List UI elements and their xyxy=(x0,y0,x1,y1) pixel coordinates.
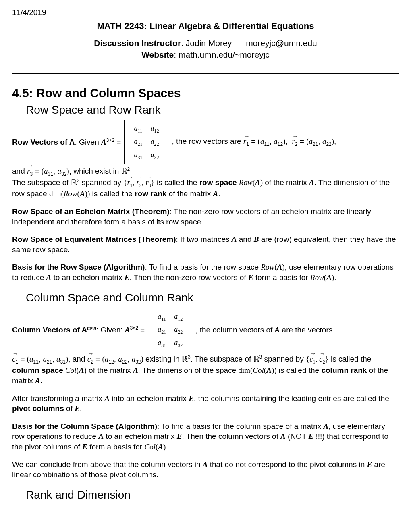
subsection-column-space: Column Space and Column Rank xyxy=(26,290,399,305)
matrix-a-col: a11a12 a21a22 a31a32 xyxy=(148,308,192,352)
course-title: MATH 2243: Linear Algebra & Differential… xyxy=(12,20,399,32)
column-vectors-continued: c1 = (a11, a21, a31), and c2 = (a12, a22… xyxy=(12,354,399,386)
equivalent-theorem: Row Space of Equivalent Matrices (Theore… xyxy=(12,234,399,255)
echelon-theorem: Row Space of an Echelon Matrix (Theorem)… xyxy=(12,206,399,227)
conclusion-paragraph: We can conclude from above that the colu… xyxy=(12,459,399,480)
section-heading: 4.5: Row and Column Spaces xyxy=(12,85,399,102)
website-url: math.umn.edu/~moreyjc xyxy=(179,50,270,59)
instructor-email: moreyjc@umn.edu xyxy=(246,38,317,48)
column-vectors-definition: Column Vectors of Am×n: Given: A3×2 = a1… xyxy=(12,308,399,352)
subsection-rank-dimension: Rank and Dimension xyxy=(26,487,399,503)
instructor-block: Discussion Instructor: Jodin Morey morey… xyxy=(12,37,399,60)
column-basis-algorithm: Basis for the Column Space (Algorithm): … xyxy=(12,421,399,452)
divider xyxy=(12,73,399,74)
matrix-a: a11a12 a21a22 a31a32 xyxy=(124,120,168,164)
pivot-columns-definition: After transforming a matrix A into an ec… xyxy=(12,393,399,414)
row-vectors-definition: Row Vectors of A: Given A3×2 = a11a12 a2… xyxy=(12,120,399,164)
subsection-row-space: Row Space and Row Rank xyxy=(26,102,399,118)
page-date: 11/4/2019 xyxy=(12,7,399,18)
website-label: Website xyxy=(141,50,174,59)
row-vectors-continued: and r3 = (a31, a32), which exist in ℝ2. … xyxy=(12,166,399,199)
row-basis-algorithm: Basis for the Row Space (Algorithm): To … xyxy=(12,262,399,283)
instructor-label: Discussion Instructor xyxy=(94,38,181,48)
instructor-name: Jodin Morey xyxy=(186,38,232,48)
